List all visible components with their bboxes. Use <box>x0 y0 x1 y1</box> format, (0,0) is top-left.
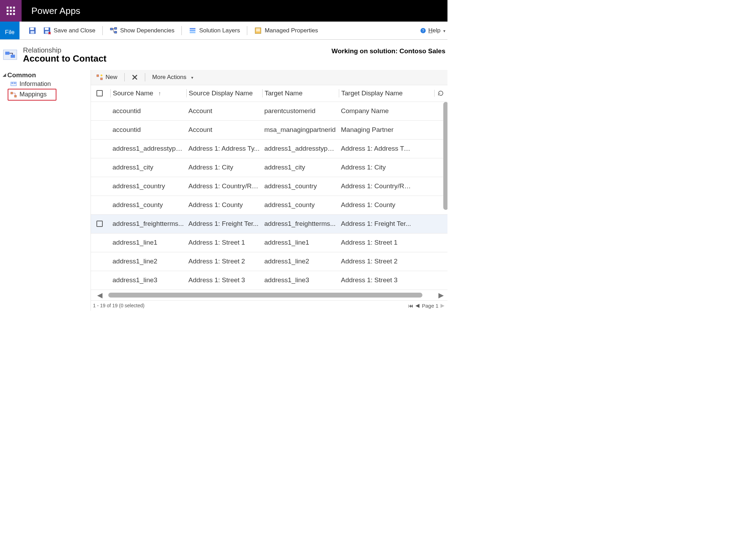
cell-target-display-name: Address 1: City <box>339 164 414 171</box>
help-button[interactable]: ? Help <box>420 27 445 34</box>
cell-target-display-name: Address 1: Street 1 <box>339 239 414 246</box>
help-icon: ? <box>420 27 426 34</box>
properties-icon <box>254 27 262 34</box>
table-row[interactable]: accountidAccountmsa_managingpartneridMan… <box>91 121 447 140</box>
show-dependencies-button[interactable]: Show Dependencies <box>106 25 178 37</box>
managed-properties-button[interactable]: Managed Properties <box>251 25 321 37</box>
cell-target-name: address1_country <box>262 182 339 190</box>
cell-source-name: address1_addresstype... <box>110 145 186 152</box>
table-row[interactable]: address1_line3Address 1: Street 3address… <box>91 271 447 290</box>
table-row[interactable]: address1_freightterms...Address 1: Freig… <box>91 215 447 234</box>
table-row[interactable]: address1_line2Address 1: Street 2address… <box>91 252 447 271</box>
svg-rect-4 <box>10 10 11 11</box>
svg-rect-6 <box>7 13 8 15</box>
nav-item-label: Mappings <box>20 91 47 98</box>
cell-source-name: address1_freightterms... <box>110 220 186 228</box>
cell-target-display-name: Company Name <box>339 107 414 115</box>
cell-source-name: accountid <box>110 107 186 115</box>
caret-down-icon: ◢ <box>3 73 6 77</box>
cell-source-name: address1_country <box>110 182 186 190</box>
hscroll-left-button[interactable]: ◀ <box>96 291 103 299</box>
svg-rect-20 <box>190 32 196 33</box>
svg-rect-23 <box>256 30 260 31</box>
svg-rect-22 <box>256 29 260 30</box>
table-row[interactable]: accountidAccountparentcustomeridCompany … <box>91 102 447 121</box>
pager-next-button[interactable]: ▶ <box>441 302 445 309</box>
vertical-scrollbar-thumb[interactable] <box>443 102 447 210</box>
left-nav: ◢ Common Information Mappings <box>0 70 91 311</box>
svg-rect-5 <box>13 10 15 11</box>
record-count-label: 1 - 19 of 19 (0 selected) <box>93 303 145 308</box>
svg-rect-0 <box>7 7 8 8</box>
col-header-source-display-name[interactable]: Source Display Name <box>186 89 262 97</box>
more-actions-button[interactable]: More Actions <box>149 72 196 83</box>
file-menu-button[interactable]: File <box>0 22 20 39</box>
cell-target-display-name: Address 1: Street 3 <box>339 276 414 284</box>
svg-rect-7 <box>10 13 11 15</box>
layers-icon <box>189 27 196 34</box>
ribbon-separator <box>102 26 103 35</box>
solution-layers-button[interactable]: Solution Layers <box>185 25 243 37</box>
hscroll-right-button[interactable]: ▶ <box>438 291 444 299</box>
table-row[interactable]: address1_countryAddress 1: Country/Re...… <box>91 177 447 196</box>
solution-context: Working on solution: Contoso Sales <box>332 47 445 55</box>
cell-source-display-name: Address 1: Freight Ter... <box>186 220 262 228</box>
refresh-button[interactable] <box>434 90 444 97</box>
cell-source-name: address1_line3 <box>110 276 186 284</box>
svg-rect-11 <box>31 31 34 33</box>
pager-prev-button[interactable]: ◀ <box>415 302 420 309</box>
cell-source-display-name: Address 1: City <box>186 164 262 171</box>
nav-group-label: Common <box>7 71 36 79</box>
nav-group-common[interactable]: ◢ Common <box>3 71 91 79</box>
table-row[interactable]: address1_cityAddress 1: Cityaddress1_cit… <box>91 158 447 177</box>
cell-source-display-name: Address 1: Street 2 <box>186 258 262 265</box>
save-and-close-button[interactable]: Save and Close <box>40 25 99 37</box>
hscroll-thumb[interactable] <box>108 293 422 298</box>
new-button[interactable]: New <box>94 72 120 83</box>
svg-rect-28 <box>11 55 15 58</box>
svg-rect-10 <box>30 27 34 30</box>
save-button[interactable] <box>25 25 40 37</box>
relationship-icon <box>3 48 17 63</box>
grid-toolbar: New More Actions <box>91 70 447 85</box>
svg-rect-32 <box>11 92 13 94</box>
svg-rect-33 <box>15 95 16 97</box>
horizontal-scrollbar: ◀ ▶ <box>91 290 447 300</box>
refresh-icon <box>437 90 444 97</box>
nav-item-mappings[interactable]: Mappings <box>3 89 91 100</box>
cell-target-display-name: Managing Partner <box>339 126 414 134</box>
mappings-icon <box>10 92 17 98</box>
chevron-down-icon <box>191 74 193 81</box>
hscroll-track[interactable] <box>105 293 436 298</box>
col-header-target-display-name[interactable]: Target Display Name <box>339 89 414 97</box>
cell-source-name: address1_line1 <box>110 239 186 246</box>
cell-target-name: address1_line3 <box>262 276 339 284</box>
cell-source-display-name: Account <box>186 107 262 115</box>
mappings-grid-area: New More Actions Source Name Source Disp… <box>91 70 447 311</box>
row-checkbox[interactable] <box>96 221 110 227</box>
nav-item-information[interactable]: Information <box>3 79 91 89</box>
svg-rect-13 <box>45 27 49 30</box>
delete-button[interactable] <box>129 72 141 83</box>
show-dependencies-label: Show Dependencies <box>120 27 174 34</box>
app-launcher-button[interactable] <box>0 0 22 22</box>
delete-icon <box>132 74 138 80</box>
cell-source-display-name: Address 1: County <box>186 201 262 209</box>
svg-rect-18 <box>190 28 196 29</box>
table-row[interactable]: address1_addresstype...Address 1: Addres… <box>91 140 447 158</box>
table-row[interactable]: address1_countyAddress 1: Countyaddress1… <box>91 196 447 215</box>
cell-target-name: address1_city <box>262 164 339 171</box>
toolbar-separator <box>124 73 125 81</box>
col-header-source-name[interactable]: Source Name <box>110 89 186 97</box>
svg-rect-19 <box>190 30 196 31</box>
table-row[interactable]: address1_line1Address 1: Street 1address… <box>91 234 447 252</box>
dependencies-icon <box>110 27 117 34</box>
ribbon-separator <box>247 26 247 35</box>
col-header-target-name[interactable]: Target Name <box>262 89 339 97</box>
select-all-checkbox[interactable] <box>96 90 110 96</box>
svg-rect-1 <box>10 7 11 8</box>
waffle-icon <box>6 6 15 15</box>
pager-first-button[interactable]: ⏮ <box>408 303 413 309</box>
ribbon-toolbar: File Save and Close <box>0 22 447 40</box>
toolbar-separator <box>145 73 145 81</box>
